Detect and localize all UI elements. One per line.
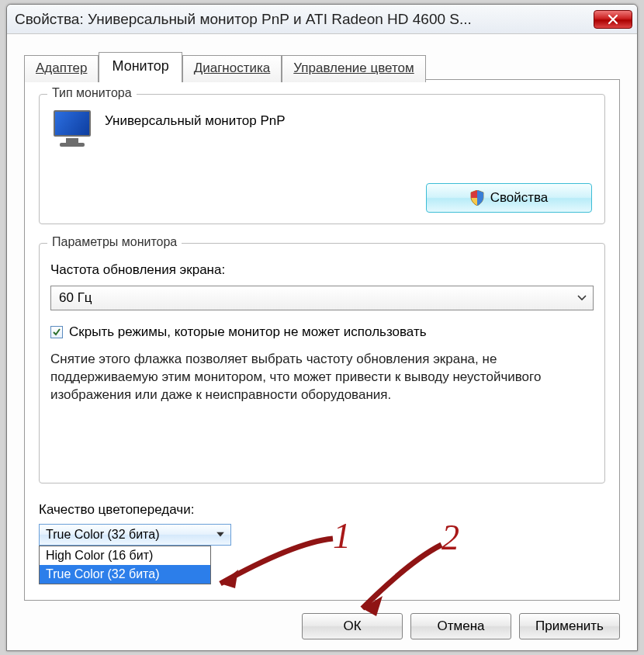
group-monitor-settings: Параметры монитора Частота обновления эк… xyxy=(39,243,605,483)
hide-modes-label: Скрыть режимы, которые монитор не может … xyxy=(69,324,427,340)
color-option-32bit[interactable]: True Color (32 бита) xyxy=(40,565,210,584)
client-area: Адаптер Монитор Диагностика Управление ц… xyxy=(7,34,637,650)
close-button[interactable] xyxy=(594,10,632,29)
color-quality-selected: True Color (32 бита) xyxy=(46,528,159,542)
titlebar: Свойства: Универсальный монитор PnP и AT… xyxy=(7,5,637,34)
hide-modes-row: Скрыть режимы, которые монитор не может … xyxy=(50,324,594,340)
cancel-button-label: Отмена xyxy=(438,619,485,634)
tab-monitor[interactable]: Монитор xyxy=(99,52,182,82)
properties-button-label: Свойства xyxy=(490,190,549,206)
properties-dialog: Свойства: Универсальный монитор PnP и AT… xyxy=(6,4,638,651)
tab-diagnostics[interactable]: Диагностика xyxy=(182,55,282,82)
color-quality-dropdown-wrap: True Color (32 бита) High Color (16 бит)… xyxy=(39,524,231,546)
window-title: Свойства: Универсальный монитор PnP и AT… xyxy=(15,11,472,28)
ok-button-label: ОК xyxy=(343,619,361,634)
close-icon xyxy=(608,14,618,25)
refresh-rate-label: Частота обновления экрана: xyxy=(50,262,594,278)
shield-icon xyxy=(470,190,484,206)
hide-modes-help-text: Снятие этого флажка позволяет выбрать ча… xyxy=(50,351,594,404)
refresh-rate-value: 60 Гц xyxy=(59,290,92,306)
ok-button[interactable]: ОК xyxy=(302,613,403,639)
checkmark-icon xyxy=(52,328,61,337)
dialog-buttons: ОК Отмена Применить xyxy=(302,613,620,639)
color-option-16bit[interactable]: High Color (16 бит) xyxy=(40,546,210,565)
group-monitor-type: Тип монитора Универсальный монитор PnP С… xyxy=(39,94,605,224)
monitor-name: Универсальный монитор PnP xyxy=(105,110,286,129)
color-quality-label: Качество цветопередачи: xyxy=(39,502,605,518)
hide-modes-checkbox[interactable] xyxy=(50,326,63,338)
group-monitor-settings-title: Параметры монитора xyxy=(47,235,182,249)
tab-adapter[interactable]: Адаптер xyxy=(24,55,99,82)
tab-color-management[interactable]: Управление цветом xyxy=(282,55,425,82)
color-quality-option-list: High Color (16 бит) True Color (32 бита) xyxy=(39,546,211,584)
tab-panel-monitor: Тип монитора Универсальный монитор PnP С… xyxy=(24,79,620,601)
tab-strip: Адаптер Монитор Диагностика Управление ц… xyxy=(24,51,620,81)
color-quality-dropdown[interactable]: True Color (32 бита) xyxy=(39,524,231,546)
apply-button-label: Применить xyxy=(535,619,604,634)
apply-button[interactable]: Применить xyxy=(519,613,620,639)
color-quality-section: Качество цветопередачи: True Color (32 б… xyxy=(39,502,605,546)
properties-button[interactable]: Свойства xyxy=(426,183,592,213)
monitor-row: Универсальный монитор PnP xyxy=(50,107,594,147)
monitor-icon xyxy=(50,110,94,147)
refresh-rate-dropdown[interactable]: 60 Гц xyxy=(50,286,594,310)
chevron-down-icon xyxy=(216,532,224,538)
chevron-down-icon xyxy=(577,295,587,301)
cancel-button[interactable]: Отмена xyxy=(410,613,511,639)
group-monitor-type-title: Тип монитора xyxy=(47,86,137,100)
